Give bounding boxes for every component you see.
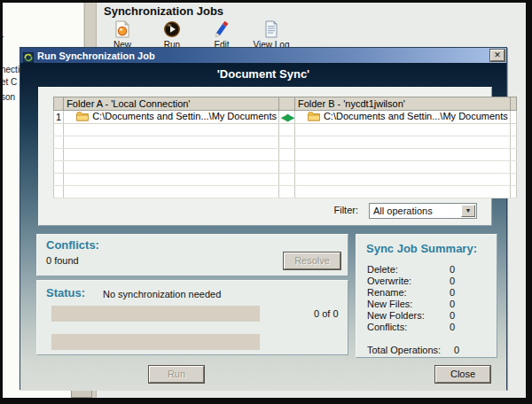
- run-button[interactable]: Run: [149, 366, 204, 383]
- column-header-folder-b[interactable]: Folder B - 'nycdt1jwilson': [294, 97, 510, 111]
- column-header-direction[interactable]: [279, 97, 295, 111]
- spacer-cell: [510, 111, 516, 124]
- summary-value: 0: [450, 310, 455, 322]
- sync-pairs-table: Folder A - 'Local Connection' Folder B -…: [53, 97, 517, 198]
- summary-label: New Files:: [367, 299, 450, 310]
- column-header-rownum[interactable]: [54, 97, 64, 111]
- sync-job-summary-panel: Sync Job Summary: Delete: 0 Overwrite: 0…: [356, 234, 497, 358]
- chevron-down-icon[interactable]: ▼: [461, 205, 475, 217]
- summary-row-conflicts: Conflicts: 0: [367, 322, 486, 333]
- filter-selected-value: All operations: [373, 206, 433, 216]
- summary-label: Overwrite:: [367, 276, 450, 287]
- close-icon[interactable]: ✕: [490, 50, 505, 61]
- total-operations-value: 0: [454, 345, 459, 355]
- summary-label: Rename:: [367, 287, 450, 299]
- toolbar-button-run[interactable]: Run: [150, 19, 194, 50]
- summary-heading: Sync Job Summary:: [366, 242, 477, 255]
- conflicts-count: 0 found: [46, 255, 79, 266]
- folder-a-cell[interactable]: C:\Documents and Settin...\My Documents: [64, 111, 279, 124]
- filter-dropdown[interactable]: All operations ▼: [369, 203, 477, 219]
- progress-count: 0 of 0: [314, 308, 339, 319]
- folder-b-cell[interactable]: C:\Documents and Settin...\My Documents: [294, 111, 510, 124]
- left-panel-text-fragment: necti: [3, 65, 20, 74]
- summary-rows: Delete: 0 Overwrite: 0 Rename: 0 New F: [367, 264, 486, 333]
- left-panel-text-fragment: et C: [3, 77, 17, 87]
- dialog-title: Run Synchronization Job: [37, 50, 155, 61]
- view-log-icon: [262, 19, 281, 39]
- empty-row: [54, 174, 517, 186]
- empty-row: [54, 136, 517, 149]
- column-header-spacer: [510, 97, 516, 111]
- sync-direction-icon: ◀▶: [281, 112, 293, 122]
- status-panel: Status: No synchronization needed 0 of 0: [36, 280, 348, 355]
- folder-icon: [308, 112, 320, 123]
- close-button[interactable]: Close: [435, 366, 490, 383]
- folder-b-path: C:\Documents and Settin...\My Documents: [324, 111, 508, 121]
- summary-row-new-folders: New Folders: 0: [367, 310, 486, 322]
- summary-row-delete: Delete: 0: [367, 264, 486, 276]
- row-number: 1: [54, 111, 64, 124]
- progress-bar-total: [51, 334, 260, 350]
- summary-value: 0: [450, 322, 455, 333]
- status-heading: Status:: [46, 286, 85, 299]
- run-sync-job-dialog: Run Synchronization Job ✕ 'Document Sync…: [20, 47, 507, 390]
- table-header-row: Folder A - 'Local Connection' Folder B -…: [54, 97, 517, 111]
- dialog-body: 'Document Sync' Folder A - 'Local Connec…: [20, 63, 506, 391]
- summary-value: 0: [450, 264, 455, 276]
- summary-value: 0: [450, 276, 455, 287]
- toolbar-button-edit[interactable]: Edit: [200, 19, 244, 50]
- left-panel-text-fragment: son: [3, 92, 15, 102]
- filter-label: Filter:: [334, 205, 359, 215]
- summary-label: Conflicts:: [367, 322, 450, 333]
- total-operations-label: Total Operations:: [367, 345, 454, 355]
- new-job-icon: [113, 19, 132, 39]
- summary-value: 0: [450, 287, 455, 299]
- toolbar-button-new[interactable]: New: [100, 19, 145, 50]
- summary-row-new-files: New Files: 0: [367, 299, 486, 310]
- conflicts-heading: Conflicts:: [46, 238, 99, 252]
- summary-label: Delete:: [367, 264, 450, 276]
- folder-a-path: C:\Documents and Settin...\My Documents: [92, 111, 277, 121]
- job-name-title: 'Document Sync': [20, 67, 506, 81]
- summary-row-overwrite: Overwrite: 0: [367, 276, 486, 287]
- toolbar-section-title: Synchronization Jobs: [104, 4, 223, 18]
- column-header-folder-a[interactable]: Folder A - 'Local Connection': [64, 97, 279, 111]
- sync-pairs-panel: Folder A - 'Local Connection' Folder B -…: [38, 87, 492, 226]
- jobs-toolbar: New Run: [100, 19, 293, 50]
- summary-label: New Folders:: [367, 310, 450, 322]
- conflicts-panel: Conflicts: 0 found Resolve: [36, 234, 348, 276]
- status-message: No synchronization needed: [103, 289, 221, 299]
- empty-row: [54, 186, 517, 198]
- summary-value: 0: [450, 299, 455, 310]
- toolbar-button-view-log[interactable]: View Log: [249, 19, 293, 50]
- folder-icon: [76, 112, 89, 123]
- summary-total-row: Total Operations: 0: [367, 345, 459, 355]
- empty-row: [54, 149, 517, 161]
- run-job-icon: [162, 19, 182, 39]
- screenshot-frame: r necti et C son Synchronization Jobs Ne…: [0, 0, 532, 404]
- empty-row: [54, 161, 517, 174]
- app-window: r necti et C son Synchronization Jobs Ne…: [3, 3, 526, 398]
- empty-row: [54, 124, 517, 136]
- direction-cell: ◀▶: [279, 111, 295, 124]
- resolve-button[interactable]: Resolve: [284, 252, 340, 269]
- sync-pair-row[interactable]: 1 C:\Documents and Settin...\My Document…: [54, 111, 517, 124]
- dialog-titlebar[interactable]: Run Synchronization Job ✕: [20, 48, 506, 63]
- edit-job-icon: [212, 19, 231, 39]
- left-panel-text-fragment: r: [3, 34, 4, 43]
- dialog-icon: [23, 50, 34, 61]
- summary-row-rename: Rename: 0: [367, 287, 486, 299]
- progress-bar-current: [51, 306, 260, 322]
